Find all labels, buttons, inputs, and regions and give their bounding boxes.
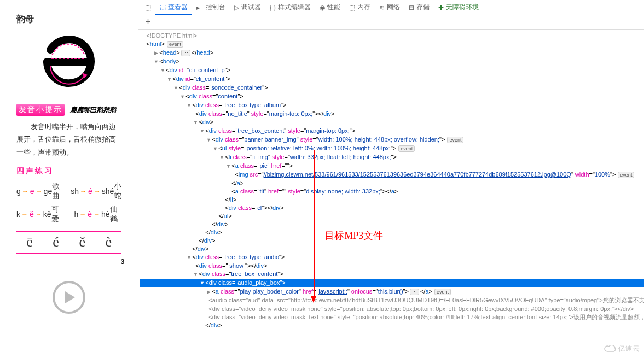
hint-text: 扁扁嘴巴鹅鹅鹅 xyxy=(70,105,116,115)
inspector-picker-icon[interactable]: ⬚ xyxy=(141,0,155,15)
dom-tree[interactable]: <!DOCTYPE html> <html>event ▶<head>⋯</he… xyxy=(138,30,644,358)
devtools-subbar: + ⌕ 搜索 HTML xyxy=(138,15,644,30)
tab-debugger[interactable]: ▷调试器 xyxy=(230,0,265,15)
play-button[interactable] xyxy=(53,281,85,314)
tone-row: k→ě→kě 可爱 h→è→hè 仙鹤 xyxy=(16,204,121,224)
hint-label: 发音小提示 xyxy=(16,104,65,116)
selected-dom-node: ▼<div class="audio_play_box"> xyxy=(140,279,644,287)
annotation-label: 目标MP3文件 xyxy=(324,232,383,240)
tone-practice-title: 四声练习 xyxy=(16,166,121,176)
tone-display-bar: ē é ě è 3 xyxy=(16,231,121,254)
tab-console[interactable]: ▸_控制台 xyxy=(192,0,230,15)
hint-section: 发音小提示 扁扁嘴巴鹅鹅鹅 xyxy=(16,104,121,116)
audio-player-area xyxy=(16,281,121,314)
page-title: 韵母 xyxy=(16,14,121,25)
tab-storage[interactable]: ⊟存储 xyxy=(404,0,434,15)
add-element-button[interactable]: + xyxy=(142,16,154,28)
tone-row: g→ē→gē 歌曲 sh→é→shé 小蛇 xyxy=(16,181,121,201)
annotation-arrow xyxy=(314,150,315,297)
page-number: 3 xyxy=(121,258,125,266)
tab-network[interactable]: ≋网络 xyxy=(375,0,404,15)
tab-memory[interactable]: ⬚内存 xyxy=(345,0,375,15)
content-panel: 韵母 发音小提示 扁扁嘴巴鹅鹅鹅 发音时嘴半开，嘴角向两边展开，舌位靠后，舌根稍… xyxy=(0,0,138,358)
description-text: 发音时嘴半开，嘴角向两边展开，舌位靠后，舌根稍微抬高一些，声带颤动。 xyxy=(16,120,121,159)
letter-illustration xyxy=(16,28,121,98)
tab-accessibility[interactable]: ✚无障碍环境 xyxy=(434,0,483,15)
tab-inspector[interactable]: ⬚查看器 xyxy=(155,1,192,15)
devtools-toolbar: ⬚ ⬚查看器 ▸_控制台 ▷调试器 { }样式编辑器 ◉性能 ⬚内存 ≋网络 ⊟… xyxy=(138,0,644,15)
tab-styles[interactable]: { }样式编辑器 xyxy=(265,0,315,15)
annotation-arrow-head xyxy=(311,296,316,303)
devtools-panel: ⬚ ⬚查看器 ▸_控制台 ▷调试器 { }样式编辑器 ◉性能 ⬚内存 ≋网络 ⊟… xyxy=(138,0,644,358)
tab-performance[interactable]: ◉性能 xyxy=(315,0,345,15)
watermark: 亿速云 xyxy=(604,344,640,354)
